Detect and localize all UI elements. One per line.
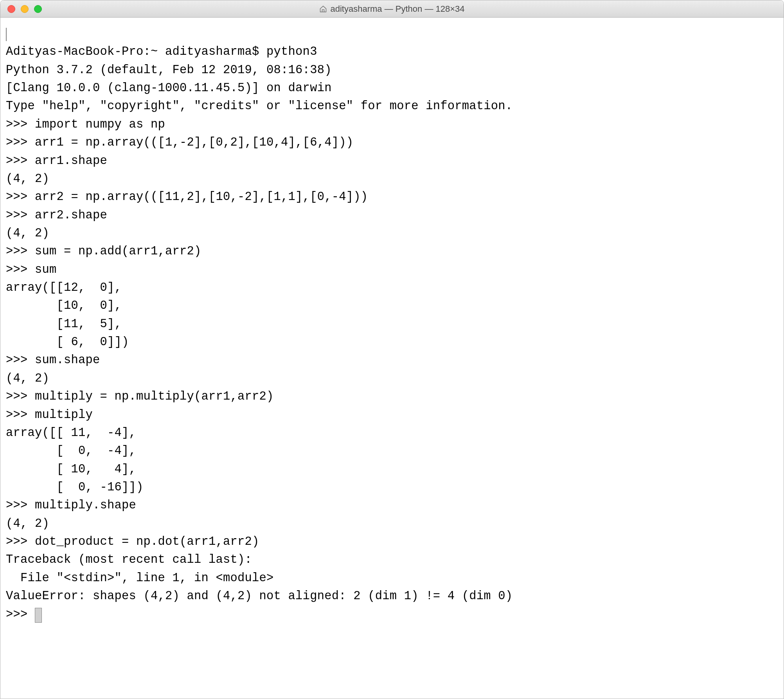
window-title-wrap: adityasharma — Python — 128×34 (0, 4, 784, 14)
maximize-button[interactable] (34, 5, 42, 13)
window-title: adityasharma — Python — 128×34 (330, 4, 464, 14)
terminal-text: Adityas-MacBook-Pro:~ adityasharma$ pyth… (6, 45, 512, 621)
close-button[interactable] (7, 5, 15, 13)
terminal-output[interactable]: Adityas-MacBook-Pro:~ adityasharma$ pyth… (0, 18, 784, 699)
text-cursor-start (6, 28, 7, 41)
home-icon (319, 5, 327, 13)
window-titlebar[interactable]: adityasharma — Python — 128×34 (0, 0, 784, 18)
minimize-button[interactable] (21, 5, 29, 13)
terminal-window: adityasharma — Python — 128×34 Adityas-M… (0, 0, 784, 699)
traffic-lights (0, 5, 42, 13)
text-cursor (35, 608, 42, 623)
